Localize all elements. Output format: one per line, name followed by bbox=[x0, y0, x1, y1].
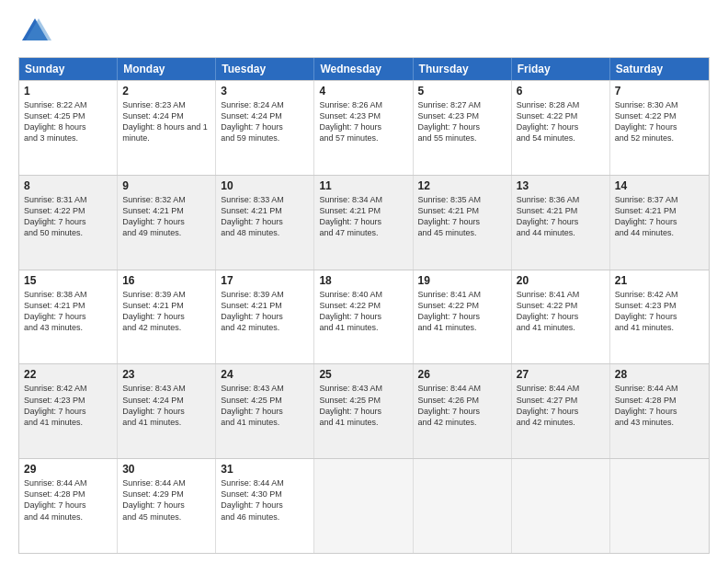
day-info: Sunrise: 8:42 AMSunset: 4:23 PMDaylight:… bbox=[615, 289, 704, 334]
cal-day-14: 14Sunrise: 8:37 AMSunset: 4:21 PMDayligh… bbox=[610, 176, 709, 270]
cal-header-wednesday: Wednesday bbox=[314, 58, 413, 80]
cal-day-31: 31Sunrise: 8:44 AMSunset: 4:30 PMDayligh… bbox=[216, 459, 314, 553]
day-info: Sunrise: 8:44 AMSunset: 4:26 PMDaylight:… bbox=[418, 383, 506, 428]
cal-empty-4-5 bbox=[512, 459, 610, 553]
day-info: Sunrise: 8:41 AMSunset: 4:22 PMDaylight:… bbox=[517, 289, 605, 334]
day-info: Sunrise: 8:44 AMSunset: 4:29 PMDaylight:… bbox=[122, 477, 210, 523]
day-info: Sunrise: 8:31 AMSunset: 4:22 PMDaylight:… bbox=[24, 194, 112, 239]
day-number: 1 bbox=[24, 85, 112, 98]
cal-header-thursday: Thursday bbox=[414, 58, 512, 80]
cal-day-30: 30Sunrise: 8:44 AMSunset: 4:29 PMDayligh… bbox=[118, 459, 216, 553]
day-info: Sunrise: 8:43 AMSunset: 4:25 PMDaylight:… bbox=[221, 383, 309, 428]
logo bbox=[18, 15, 55, 48]
day-number: 9 bbox=[122, 179, 210, 192]
cal-day-10: 10Sunrise: 8:33 AMSunset: 4:21 PMDayligh… bbox=[216, 176, 314, 270]
cal-day-1: 1Sunrise: 8:22 AMSunset: 4:25 PMDaylight… bbox=[19, 81, 118, 175]
cal-day-22: 22Sunrise: 8:42 AMSunset: 4:23 PMDayligh… bbox=[19, 364, 118, 458]
day-number: 17 bbox=[221, 274, 309, 287]
cal-header-saturday: Saturday bbox=[610, 58, 709, 80]
day-number: 14 bbox=[615, 179, 704, 192]
cal-day-24: 24Sunrise: 8:43 AMSunset: 4:25 PMDayligh… bbox=[216, 364, 314, 458]
day-info: Sunrise: 8:34 AMSunset: 4:21 PMDaylight:… bbox=[319, 194, 407, 239]
cal-day-4: 4Sunrise: 8:26 AMSunset: 4:23 PMDaylight… bbox=[314, 81, 413, 175]
day-number: 28 bbox=[615, 368, 704, 381]
day-number: 20 bbox=[517, 274, 605, 287]
cal-week-3: 15Sunrise: 8:38 AMSunset: 4:21 PMDayligh… bbox=[19, 270, 709, 364]
calendar-header: SundayMondayTuesdayWednesdayThursdayFrid… bbox=[19, 58, 709, 80]
day-info: Sunrise: 8:26 AMSunset: 4:23 PMDaylight:… bbox=[319, 99, 407, 144]
day-number: 6 bbox=[517, 85, 605, 98]
day-number: 21 bbox=[615, 274, 704, 287]
day-number: 26 bbox=[418, 368, 506, 381]
cal-day-17: 17Sunrise: 8:39 AMSunset: 4:21 PMDayligh… bbox=[216, 270, 314, 364]
day-number: 7 bbox=[615, 85, 704, 98]
cal-empty-4-6 bbox=[610, 459, 709, 553]
day-number: 30 bbox=[122, 463, 210, 476]
cal-day-19: 19Sunrise: 8:41 AMSunset: 4:22 PMDayligh… bbox=[414, 270, 512, 364]
day-info: Sunrise: 8:37 AMSunset: 4:21 PMDaylight:… bbox=[615, 194, 704, 239]
cal-day-26: 26Sunrise: 8:44 AMSunset: 4:26 PMDayligh… bbox=[414, 364, 512, 458]
cal-header-tuesday: Tuesday bbox=[216, 58, 314, 80]
day-number: 31 bbox=[221, 463, 309, 476]
cal-day-29: 29Sunrise: 8:44 AMSunset: 4:28 PMDayligh… bbox=[19, 459, 118, 553]
cal-day-5: 5Sunrise: 8:27 AMSunset: 4:23 PMDaylight… bbox=[414, 81, 512, 175]
day-number: 18 bbox=[319, 274, 407, 287]
cal-day-8: 8Sunrise: 8:31 AMSunset: 4:22 PMDaylight… bbox=[19, 176, 118, 270]
logo-icon bbox=[18, 15, 51, 48]
day-info: Sunrise: 8:39 AMSunset: 4:21 PMDaylight:… bbox=[221, 289, 309, 334]
day-info: Sunrise: 8:35 AMSunset: 4:21 PMDaylight:… bbox=[418, 194, 506, 239]
header bbox=[18, 15, 710, 48]
cal-day-3: 3Sunrise: 8:24 AMSunset: 4:24 PMDaylight… bbox=[216, 81, 314, 175]
day-info: Sunrise: 8:41 AMSunset: 4:22 PMDaylight:… bbox=[418, 289, 506, 334]
day-number: 2 bbox=[122, 85, 210, 98]
cal-day-21: 21Sunrise: 8:42 AMSunset: 4:23 PMDayligh… bbox=[610, 270, 709, 364]
cal-day-18: 18Sunrise: 8:40 AMSunset: 4:22 PMDayligh… bbox=[314, 270, 413, 364]
cal-day-25: 25Sunrise: 8:43 AMSunset: 4:25 PMDayligh… bbox=[314, 364, 413, 458]
day-number: 29 bbox=[24, 463, 112, 476]
day-number: 27 bbox=[517, 368, 605, 381]
cal-day-2: 2Sunrise: 8:23 AMSunset: 4:24 PMDaylight… bbox=[118, 81, 216, 175]
day-info: Sunrise: 8:43 AMSunset: 4:25 PMDaylight:… bbox=[319, 383, 407, 428]
calendar: SundayMondayTuesdayWednesdayThursdayFrid… bbox=[18, 57, 710, 554]
day-info: Sunrise: 8:44 AMSunset: 4:30 PMDaylight:… bbox=[221, 477, 309, 523]
cal-week-1: 1Sunrise: 8:22 AMSunset: 4:25 PMDaylight… bbox=[19, 80, 709, 175]
cal-day-28: 28Sunrise: 8:44 AMSunset: 4:28 PMDayligh… bbox=[610, 364, 709, 458]
day-info: Sunrise: 8:44 AMSunset: 4:28 PMDaylight:… bbox=[615, 383, 704, 428]
cal-week-4: 22Sunrise: 8:42 AMSunset: 4:23 PMDayligh… bbox=[19, 363, 709, 458]
day-info: Sunrise: 8:27 AMSunset: 4:23 PMDaylight:… bbox=[418, 99, 506, 144]
day-number: 12 bbox=[418, 179, 506, 192]
day-info: Sunrise: 8:44 AMSunset: 4:28 PMDaylight:… bbox=[24, 477, 112, 523]
day-number: 25 bbox=[319, 368, 407, 381]
day-number: 16 bbox=[122, 274, 210, 287]
day-number: 22 bbox=[24, 368, 112, 381]
day-info: Sunrise: 8:36 AMSunset: 4:21 PMDaylight:… bbox=[517, 194, 605, 239]
cal-day-20: 20Sunrise: 8:41 AMSunset: 4:22 PMDayligh… bbox=[512, 270, 610, 364]
cal-week-5: 29Sunrise: 8:44 AMSunset: 4:28 PMDayligh… bbox=[19, 458, 709, 553]
page: SundayMondayTuesdayWednesdayThursdayFrid… bbox=[0, 0, 728, 563]
day-info: Sunrise: 8:32 AMSunset: 4:21 PMDaylight:… bbox=[122, 194, 210, 239]
cal-day-12: 12Sunrise: 8:35 AMSunset: 4:21 PMDayligh… bbox=[414, 176, 512, 270]
day-number: 11 bbox=[319, 179, 407, 192]
day-number: 23 bbox=[122, 368, 210, 381]
cal-week-2: 8Sunrise: 8:31 AMSunset: 4:22 PMDaylight… bbox=[19, 175, 709, 270]
cal-empty-4-4 bbox=[414, 459, 512, 553]
cal-day-15: 15Sunrise: 8:38 AMSunset: 4:21 PMDayligh… bbox=[19, 270, 118, 364]
cal-day-16: 16Sunrise: 8:39 AMSunset: 4:21 PMDayligh… bbox=[118, 270, 216, 364]
day-number: 5 bbox=[418, 85, 506, 98]
cal-empty-4-3 bbox=[314, 459, 413, 553]
cal-day-27: 27Sunrise: 8:44 AMSunset: 4:27 PMDayligh… bbox=[512, 364, 610, 458]
cal-day-6: 6Sunrise: 8:28 AMSunset: 4:22 PMDaylight… bbox=[512, 81, 610, 175]
day-number: 24 bbox=[221, 368, 309, 381]
day-info: Sunrise: 8:28 AMSunset: 4:22 PMDaylight:… bbox=[517, 99, 605, 144]
cal-header-sunday: Sunday bbox=[19, 58, 118, 80]
day-number: 10 bbox=[221, 179, 309, 192]
day-info: Sunrise: 8:22 AMSunset: 4:25 PMDaylight:… bbox=[24, 99, 112, 144]
day-info: Sunrise: 8:40 AMSunset: 4:22 PMDaylight:… bbox=[319, 289, 407, 334]
day-number: 13 bbox=[517, 179, 605, 192]
day-info: Sunrise: 8:33 AMSunset: 4:21 PMDaylight:… bbox=[221, 194, 309, 239]
cal-day-23: 23Sunrise: 8:43 AMSunset: 4:24 PMDayligh… bbox=[118, 364, 216, 458]
day-info: Sunrise: 8:44 AMSunset: 4:27 PMDaylight:… bbox=[517, 383, 605, 428]
day-info: Sunrise: 8:23 AMSunset: 4:24 PMDaylight:… bbox=[122, 99, 210, 144]
day-info: Sunrise: 8:42 AMSunset: 4:23 PMDaylight:… bbox=[24, 383, 112, 428]
cal-header-monday: Monday bbox=[118, 58, 216, 80]
